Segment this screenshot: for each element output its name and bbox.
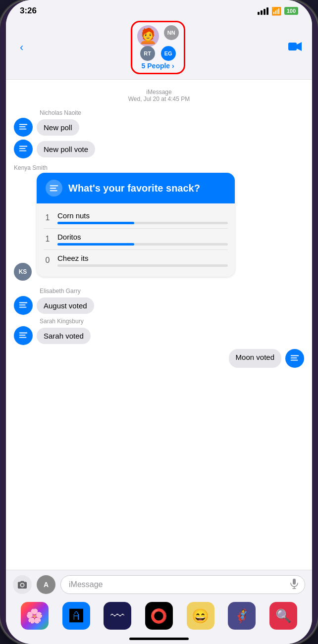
option-1-bar-bg — [57, 222, 228, 224]
option-2-label: Doritos — [57, 233, 228, 241]
message-input[interactable]: iMessage — [60, 575, 305, 594]
appstore-icon[interactable]: 🅰 — [62, 602, 90, 630]
svg-rect-3 — [19, 126, 26, 127]
option-1-bar-fill — [57, 222, 134, 224]
avatars-wrapper: 🧑‍🦰 NN RT EG — [137, 25, 179, 61]
poll-icon-2 — [14, 140, 33, 158]
option-1-label: Corn nuts — [57, 211, 228, 220]
option-1-count: 1 — [44, 213, 52, 222]
poll-option-2[interactable]: 1 Doritos — [44, 229, 228, 249]
svg-rect-16 — [19, 337, 27, 338]
option-3-label: Cheez its — [57, 254, 228, 262]
back-button[interactable]: ‹ — [16, 39, 27, 56]
option-2-count: 1 — [44, 235, 52, 244]
memoji-icon[interactable]: 😄 — [187, 602, 214, 630]
svg-rect-12 — [19, 304, 26, 305]
option-2-bar-fill — [57, 243, 134, 246]
moon-voted-row: Moon voted — [14, 349, 304, 368]
game-icon[interactable]: 🦸 — [228, 602, 256, 630]
poll-option-3[interactable]: 0 Cheez its — [44, 250, 228, 271]
poll-options: 1 Corn nuts 1 — [37, 203, 235, 277]
video-call-button[interactable] — [288, 41, 302, 54]
svg-rect-9 — [50, 188, 56, 189]
status-icons: 📶 100 — [258, 6, 298, 16]
poll-card-row: KS What's your favorite snack? 1 C — [14, 173, 304, 281]
poll-icon-5 — [285, 349, 304, 368]
svg-rect-20 — [293, 579, 296, 585]
svg-marker-1 — [297, 42, 302, 51]
nav-header: ‹ 🧑‍🦰 NN RT — [6, 18, 312, 80]
svg-rect-6 — [19, 148, 26, 149]
input-row: A iMessage — [13, 575, 305, 594]
sender-elisabeth: Elisabeth Garry — [40, 288, 304, 295]
message-timestamp: iMessage Wed, Jul 20 at 4:45 PM — [14, 89, 304, 102]
svg-rect-13 — [19, 307, 27, 308]
group-avatars-container: 🧑‍🦰 NN RT EG — [131, 21, 185, 74]
avatar-eg: EG — [161, 46, 176, 61]
home-indicator — [6, 638, 312, 644]
option-3-bar-bg — [57, 264, 228, 267]
svg-rect-0 — [288, 43, 297, 50]
mic-icon[interactable] — [290, 578, 299, 591]
option-2-content: Doritos — [57, 233, 228, 246]
svg-rect-2 — [19, 124, 28, 125]
search-app-icon[interactable]: 🔍 — [269, 602, 297, 630]
shazam-icon[interactable]: 〰 — [104, 602, 131, 630]
home-bar — [129, 638, 189, 640]
new-poll-vote-bubble: New poll vote — [37, 141, 95, 157]
svg-rect-5 — [19, 146, 28, 147]
poll-header: What's your favorite snack? — [37, 173, 235, 203]
poll-icon-4 — [14, 326, 33, 345]
option-3-count: 0 — [44, 256, 52, 265]
new-poll-message: New poll — [14, 118, 304, 137]
sarah-voted-message: Sarah voted — [14, 326, 304, 345]
sender-nicholas: Nicholas Naoite — [40, 109, 304, 116]
poll-card[interactable]: What's your favorite snack? 1 Corn nuts — [37, 173, 235, 277]
svg-rect-11 — [19, 302, 28, 303]
poll-option-1[interactable]: 1 Corn nuts — [44, 207, 228, 228]
avatar-rt: RT — [140, 46, 155, 61]
option-1-content: Corn nuts — [57, 211, 228, 224]
phone-frame: 3:26 📶 100 ‹ 🧑‍� — [0, 0, 318, 644]
moon-voted-bubble: Moon voted — [229, 349, 281, 368]
ks-avatar: KS — [14, 263, 32, 281]
status-time: 3:26 — [20, 6, 37, 16]
svg-rect-14 — [19, 333, 28, 334]
group-info[interactable]: 🧑‍🦰 NN RT EG — [131, 21, 185, 74]
svg-rect-18 — [291, 357, 297, 358]
august-voted-message: August voted — [14, 296, 304, 315]
photos-app-icon[interactable]: 🌸 — [21, 602, 49, 630]
sender-sarah: Sarah Kingsbury — [40, 318, 304, 325]
messages-area: iMessage Wed, Jul 20 at 4:45 PM Nicholas… — [6, 80, 312, 570]
svg-rect-17 — [291, 355, 299, 356]
signal-bars-icon — [258, 7, 268, 15]
input-area: A iMessage — [6, 570, 312, 598]
avatar-nn: NN — [164, 25, 179, 40]
status-bar: 3:26 📶 100 — [6, 0, 312, 18]
phone-screen: 3:26 📶 100 ‹ 🧑‍� — [6, 0, 312, 644]
poll-header-icon — [46, 180, 62, 197]
app-dock: 🌸 🅰 〰 ⭕ 😄 🦸 🔍 — [6, 598, 312, 638]
svg-rect-15 — [19, 335, 26, 336]
battery-icon: 100 — [284, 7, 298, 15]
august-voted-bubble: August voted — [37, 297, 94, 314]
new-poll-vote-message: New poll vote — [14, 140, 304, 158]
sarah-voted-bubble: Sarah voted — [37, 328, 91, 344]
poll-icon-1 — [14, 118, 33, 137]
apps-button[interactable]: A — [37, 575, 55, 594]
group-label[interactable]: 5 People › — [142, 62, 174, 70]
option-3-content: Cheez its — [57, 254, 228, 267]
activity-icon[interactable]: ⭕ — [145, 602, 173, 630]
option-2-bar-bg — [57, 243, 228, 246]
svg-rect-4 — [19, 129, 27, 130]
camera-button[interactable] — [13, 575, 32, 594]
poll-question: What's your favorite snack? — [68, 183, 200, 194]
avatar-main: 🧑‍🦰 — [137, 25, 159, 47]
wifi-icon: 📶 — [271, 6, 281, 16]
svg-rect-19 — [291, 360, 298, 361]
svg-rect-8 — [50, 185, 58, 186]
new-poll-bubble: New poll — [37, 119, 79, 136]
poll-icon-3 — [14, 296, 33, 315]
svg-rect-7 — [19, 150, 27, 151]
sender-kenya: Kenya Smith — [14, 164, 304, 171]
